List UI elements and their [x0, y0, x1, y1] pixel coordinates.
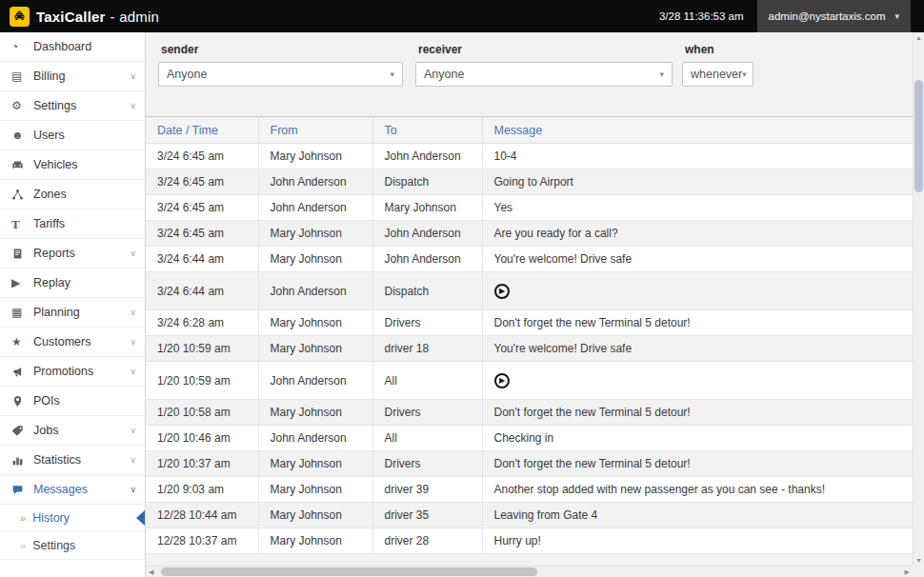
cell-to: John Anderson: [372, 144, 482, 169]
sidebar-item-vehicles[interactable]: Vehicles: [0, 150, 145, 180]
when-filter-select[interactable]: whenever ▾: [682, 62, 753, 87]
sidebar-item-pois[interactable]: POIs: [0, 387, 145, 416]
scroll-left-icon[interactable]: ◀: [149, 567, 153, 577]
cell-date: 1/20 9:03 am: [146, 477, 258, 503]
sidebar: ◔ Dashboard ▤ Billing ∨ ⚙ Settings ∨ ☻ U…: [0, 32, 146, 577]
cell-from: Mary Johnson: [258, 477, 372, 503]
chevron-down-icon: ∨: [130, 308, 136, 317]
sidebar-item-statistics[interactable]: Statistics ∨: [0, 446, 145, 475]
play-icon: ▶: [499, 288, 505, 295]
cell-to: Drivers: [372, 400, 482, 426]
caret-down-icon: ▾: [659, 70, 664, 79]
sidebar-item-dashboard[interactable]: ◔ Dashboard: [0, 32, 145, 62]
scroll-right-icon[interactable]: ▶: [905, 567, 910, 577]
cell-date: 3/24 6:44 am: [146, 272, 258, 310]
caret-down-icon: ▾: [390, 70, 394, 79]
topbar: TaxiCaller- admin 3/28 11:36:53 am admin…: [0, 0, 924, 32]
taxicaller-logo-icon: [10, 7, 30, 27]
sidebar-item-customers[interactable]: ★ Customers ∨: [0, 328, 145, 357]
caret-down-icon: ▾: [742, 70, 747, 79]
sidebar-item-messages[interactable]: Messages ∨: [0, 475, 145, 505]
table-row[interactable]: 12/28 10:44 am Mary Johnson driver 35 Le…: [146, 503, 913, 528]
table-row[interactable]: 3/24 6:44 am Mary Johnson John Anderson …: [146, 247, 913, 272]
table-row[interactable]: 1/20 10:59 am Mary Johnson driver 18 You…: [146, 336, 913, 362]
cell-date: 12/28 10:37 am: [146, 528, 258, 554]
cell-from: Mary Johnson: [258, 247, 372, 272]
table-row[interactable]: 12/28 10:37 am Mary Johnson driver 28 Hu…: [146, 528, 913, 554]
sidebar-item-replay[interactable]: ▶ Replay: [0, 269, 145, 298]
vertical-scrollbar[interactable]: ▲ ▼: [913, 32, 924, 566]
messages-bubble-icon: [11, 484, 33, 496]
table-row[interactable]: 3/24 6:45 am Mary Johnson John Anderson …: [146, 144, 913, 169]
cell-date: 1/20 10:59 am: [146, 336, 258, 362]
table-row[interactable]: 1/20 10:58 am Mary Johnson Drivers Don't…: [146, 400, 913, 426]
tariffs-icon: T: [11, 218, 33, 230]
cell-message: 10-4: [482, 144, 913, 169]
table-row[interactable]: 3/24 6:45 am Mary Johnson John Anderson …: [146, 221, 913, 247]
receiver-filter-select[interactable]: Anyone ▾: [415, 62, 673, 87]
table-row[interactable]: 1/20 10:37 am Mary Johnson Drivers Don't…: [146, 451, 913, 477]
scrollbar-corner: [913, 566, 924, 577]
cell-message: Checking in: [482, 426, 913, 451]
play-audio-button[interactable]: ▶: [494, 284, 510, 299]
sidebar-item-users[interactable]: ☻ Users: [0, 121, 145, 150]
table-row[interactable]: 1/20 10:46 am John Anderson All Checking…: [146, 426, 913, 451]
column-header-to[interactable]: To: [372, 117, 482, 144]
table-row[interactable]: 3/24 6:28 am Mary Johnson Drivers Don't …: [146, 310, 913, 336]
sidebar-subitem-history[interactable]: » History: [0, 505, 145, 532]
cell-from: John Anderson: [258, 169, 372, 195]
cell-to: Mary Johnson: [372, 195, 482, 221]
cell-from: Mary Johnson: [258, 451, 372, 477]
table-row-audio[interactable]: 1/20 10:59 am John Anderson All ▶: [146, 362, 913, 400]
cell-from: Mary Johnson: [258, 310, 372, 336]
scroll-down-icon[interactable]: ▼: [914, 557, 924, 564]
account-email: admin@nystartaxis.com: [769, 10, 886, 22]
table-header-row: Date / Time From To Message: [146, 117, 913, 144]
sidebar-item-zones[interactable]: Zones: [0, 180, 145, 209]
column-header-from[interactable]: From: [258, 117, 372, 144]
horizontal-scrollbar-thumb[interactable]: [161, 567, 537, 576]
sidebar-item-jobs[interactable]: Jobs ∨: [0, 416, 145, 446]
table-row[interactable]: 3/24 6:45 am John Anderson Mary Johnson …: [146, 195, 913, 221]
chevron-down-icon: ∨: [130, 102, 136, 110]
play-audio-button[interactable]: ▶: [494, 373, 510, 388]
column-header-message[interactable]: Message: [482, 117, 913, 144]
horizontal-scrollbar[interactable]: ◀ ▶: [146, 566, 913, 577]
table-row-audio[interactable]: 3/24 6:44 am John Anderson Dispatch ▶: [146, 272, 913, 310]
cell-message: Going to Airport: [482, 169, 913, 195]
sidebar-item-tariffs[interactable]: T Tariffs: [0, 209, 145, 239]
cell-to: driver 18: [372, 336, 482, 362]
cell-to: John Anderson: [372, 221, 482, 247]
scroll-up-icon[interactable]: ▲: [914, 34, 924, 41]
replay-icon: ▶: [11, 277, 33, 288]
sidebar-subitem-settings[interactable]: » Settings: [0, 532, 145, 560]
users-icon: ☻: [11, 129, 33, 141]
cell-from: Mary Johnson: [258, 144, 372, 169]
sidebar-item-planning[interactable]: ▦ Planning ∨: [0, 298, 145, 328]
cell-from: John Anderson: [258, 426, 372, 451]
cell-to: driver 35: [372, 503, 482, 528]
sidebar-item-reports[interactable]: Reports ∨: [0, 239, 145, 269]
account-caret-icon: ▾: [894, 11, 899, 21]
table-row[interactable]: 3/24 6:45 am John Anderson Dispatch Goin…: [146, 169, 913, 195]
cell-message: Hurry up!: [482, 528, 913, 554]
statistics-bars-icon: [11, 454, 33, 467]
account-menu-button[interactable]: admin@nystartaxis.com ▾: [757, 0, 911, 32]
dashboard-icon: ◔: [11, 41, 33, 52]
cell-to: All: [372, 426, 482, 451]
messages-table: Date / Time From To Message 3/24 6:45 am…: [146, 116, 913, 554]
sender-filter-select[interactable]: Anyone ▾: [158, 62, 403, 87]
cell-from: John Anderson: [258, 272, 372, 310]
sidebar-item-billing[interactable]: ▤ Billing ∨: [0, 62, 145, 91]
sidebar-item-promotions[interactable]: Promotions ∨: [0, 357, 145, 387]
cell-date: 1/20 10:58 am: [146, 400, 258, 426]
sidebar-item-settings[interactable]: ⚙ Settings ∨: [0, 91, 145, 121]
cell-date: 3/24 6:45 am: [146, 169, 258, 195]
cell-message: You're welcome! Drive safe: [482, 247, 913, 272]
vertical-scrollbar-thumb[interactable]: [914, 80, 923, 192]
column-header-date[interactable]: Date / Time: [146, 117, 258, 144]
table-row[interactable]: 1/20 9:03 am Mary Johnson driver 39 Anot…: [146, 477, 913, 503]
chevron-down-icon: ∨: [130, 72, 136, 81]
cell-from: Mary Johnson: [258, 221, 372, 247]
clock: 3/28 11:36:53 am: [646, 10, 757, 22]
